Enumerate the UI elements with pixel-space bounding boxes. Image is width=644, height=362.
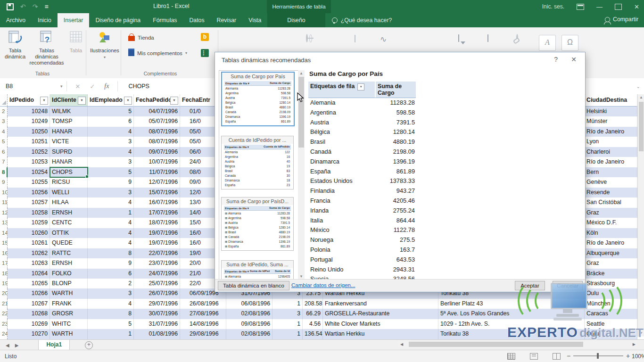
sheet-nav-left-icon[interactable]: ◀ xyxy=(6,343,9,348)
dialog-help-icon[interactable]: ? xyxy=(554,56,558,63)
cell[interactable]: GROSR xyxy=(50,309,88,319)
name-box-dropdown-icon[interactable]: ▾ xyxy=(60,84,63,89)
cell[interactable]: Lyon xyxy=(585,137,637,147)
cell[interactable]: 31/07/1996 xyxy=(134,319,180,329)
cell[interactable]: 15/07/1996 xyxy=(134,188,180,197)
cell[interactable]: 6 xyxy=(88,116,134,126)
cell[interactable]: 27/08/1996 xyxy=(180,309,226,319)
cell[interactable]: 17/07/1996 xyxy=(134,208,180,218)
row-header-2[interactable]: 2 xyxy=(0,107,8,116)
sparkline-column-icon-button[interactable] xyxy=(402,35,418,50)
cell[interactable]: 11/07/1996 xyxy=(134,167,180,177)
cell[interactable]: Bern xyxy=(585,167,637,177)
accept-button[interactable]: Aceptar xyxy=(515,281,545,290)
map-chart-icon-button[interactable] xyxy=(304,35,320,50)
cell[interactable]: WARTH xyxy=(50,288,88,298)
cell[interactable]: 12/07/1996 xyxy=(134,177,180,187)
ribbon-tab-datos[interactable]: Datos xyxy=(183,13,210,27)
cell[interactable]: Torikatu 38 xyxy=(438,329,585,339)
horizontal-scroll-thumb[interactable] xyxy=(409,342,583,347)
cell[interactable]: Río de Janeiro xyxy=(585,127,637,137)
cell[interactable]: TOMSP xyxy=(50,116,88,126)
cell[interactable]: 10255 xyxy=(8,177,50,187)
recommended-charts-icon-button[interactable] xyxy=(226,35,242,50)
cell[interactable]: 08/07/1996 xyxy=(134,127,180,137)
cell[interactable]: ERNSH xyxy=(50,208,88,218)
row-header-20[interactable]: 20 xyxy=(0,288,8,298)
cell[interactable]: Köln xyxy=(585,228,637,238)
cell[interactable]: 10249 xyxy=(8,116,50,126)
cell[interactable]: 10268 xyxy=(8,309,50,319)
cell[interactable]: Albuquerque xyxy=(585,248,637,258)
cell[interactable]: 29/08/1996 xyxy=(180,329,226,339)
cell[interactable]: GROSELLA-Restaurante xyxy=(323,309,438,319)
cell[interactable]: Graz xyxy=(585,258,637,268)
cell[interactable]: BLONP xyxy=(50,279,88,288)
recommended-pivottables-button[interactable]: ? Tablas dinámicas recomendadas xyxy=(27,30,66,66)
cell[interactable]: Caracas xyxy=(585,309,637,319)
cell[interactable]: 10248 xyxy=(8,107,50,116)
cell[interactable]: München xyxy=(585,299,637,309)
close-button[interactable]: ✕ xyxy=(634,3,639,10)
cell[interactable]: QUEDE xyxy=(50,238,88,248)
column-header-IdPedido[interactable]: IdPedido▼ xyxy=(8,94,50,107)
row-header-19[interactable]: 19 xyxy=(0,279,8,288)
cell[interactable]: 8 xyxy=(88,248,134,258)
cell[interactable]: 3 xyxy=(88,288,134,298)
cell[interactable]: 08/07/1996 xyxy=(134,137,180,147)
ribbon-display-options-icon[interactable] xyxy=(577,4,584,10)
ribbon-tab-insertar[interactable]: Insertar xyxy=(58,13,90,27)
cell[interactable]: 136.54 xyxy=(303,329,323,339)
cell[interactable]: 25/07/1996 xyxy=(134,279,180,288)
cell[interactable]: 22/07/1996 xyxy=(134,248,180,258)
formula-bar-expand-icon[interactable]: ⌄ xyxy=(636,84,640,89)
cell[interactable]: FOLKO xyxy=(50,269,88,279)
page-break-view-icon[interactable] xyxy=(553,353,561,360)
cell[interactable]: 4 xyxy=(88,197,134,207)
cell[interactable]: 29/07/1996 xyxy=(134,299,180,309)
pivottable-suggestion[interactable]: Suma de IdPedido, Suma ...Etiquetas de f… xyxy=(221,260,294,280)
cell[interactable]: Resende xyxy=(585,188,637,197)
cell[interactable]: RATTC xyxy=(50,248,88,258)
cell[interactable]: 06/08/1996 xyxy=(226,299,272,309)
cell[interactable]: 09/08/1996 xyxy=(226,319,272,329)
slicer-icon-button[interactable] xyxy=(456,35,472,50)
cell[interactable]: 10253 xyxy=(8,157,50,167)
cell[interactable]: 9 xyxy=(88,177,134,187)
share-button[interactable]: Compartir xyxy=(605,16,638,23)
cell[interactable]: 4 xyxy=(88,238,134,248)
sheet-nav-right-icon[interactable]: ▶ xyxy=(15,343,19,348)
formula-content[interactable]: CHOPS xyxy=(128,83,149,90)
cell[interactable]: 09/07/1996 xyxy=(134,147,180,157)
cell[interactable]: WELLI xyxy=(50,188,88,197)
horizontal-scrollbar[interactable]: ◀ ▶ xyxy=(398,341,637,348)
cell[interactable]: 5 xyxy=(88,167,134,177)
cell[interactable]: Río de Janeiro xyxy=(585,238,637,248)
pivot-chart-icon-button[interactable] xyxy=(355,35,371,50)
bar-chart-icon-button[interactable] xyxy=(269,35,285,50)
row-header-9[interactable]: 9 xyxy=(0,177,8,187)
cell[interactable]: Seattle xyxy=(585,319,637,329)
pivottable-suggestion[interactable]: Suma de Cargo por PaísD...Etiquetas de f… xyxy=(221,197,294,251)
cell[interactable]: 16/07/1996 xyxy=(134,197,180,207)
row-header-3[interactable]: 3 xyxy=(0,116,8,126)
change-data-source-link[interactable]: Cambiar datos de origen... xyxy=(291,282,355,288)
vertical-scrollbar[interactable]: ▲ ▼ xyxy=(637,94,644,337)
cell[interactable]: Strasbourg xyxy=(585,279,637,288)
row-header-4[interactable]: 4 xyxy=(0,127,8,137)
minimize-button[interactable]: — xyxy=(596,3,603,10)
scroll-up-icon[interactable]: ▲ xyxy=(638,94,644,101)
cell[interactable]: 19/07/1996 xyxy=(134,228,180,238)
filter-dropdown-icon[interactable]: ▼ xyxy=(170,97,178,105)
cell[interactable]: 3 xyxy=(88,188,134,197)
cell[interactable]: WILMK xyxy=(50,107,88,116)
cell[interactable]: 10254 xyxy=(8,167,50,177)
cell[interactable]: RICSU xyxy=(50,177,88,187)
insert-function-icon[interactable]: fx xyxy=(104,82,109,90)
hyperlink-icon-button[interactable] xyxy=(514,35,530,50)
cell[interactable]: 1029 - 12th Ave. S. xyxy=(438,319,585,329)
cell[interactable]: Río de Janeiro xyxy=(585,157,637,167)
pie-chart-icon-button[interactable] xyxy=(288,35,304,50)
zoom-in-button[interactable]: + xyxy=(626,352,630,360)
column-header-CiudadDestina[interactable]: CiudadDestina xyxy=(585,94,637,107)
